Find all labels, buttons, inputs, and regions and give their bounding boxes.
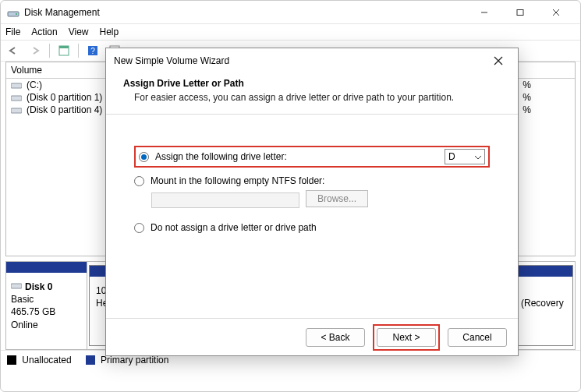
maximize-button[interactable] [502,1,538,24]
menu-view[interactable]: View [69,26,89,37]
menu-help[interactable]: Help [100,26,119,37]
properties-icon[interactable] [55,42,73,59]
chevron-down-icon [475,151,481,162]
volume-free: % [523,92,570,103]
radio-assign-letter[interactable] [139,152,149,162]
app-icon [7,6,19,19]
volume-label: (C:) [27,79,42,90]
wizard-close-button[interactable] [487,49,510,72]
svg-rect-14 [11,96,22,101]
next-highlight: Next > [373,324,440,351]
volume-icon [11,94,22,101]
disk-info[interactable]: Disk 0 Basic 465.75 GB Online [6,262,87,349]
svg-rect-7 [59,46,69,48]
close-button[interactable] [538,1,574,24]
titlebar: Disk Management [1,1,580,24]
radio-no-letter-label: Do not assign a drive letter or drive pa… [151,222,317,233]
cancel-button[interactable]: Cancel [448,328,507,347]
next-button[interactable]: Next > [377,328,436,347]
menubar: File Action View Help [1,24,580,40]
drive-letter-value: D [448,151,455,162]
radio-mount-folder-label: Mount in the following empty NTFS folder… [151,175,324,186]
svg-point-1 [16,13,17,15]
mount-folder-input [151,192,299,208]
svg-text:?: ? [90,47,95,55]
volume-free: % [523,79,570,90]
wizard-heading: Assign Drive Letter or Path [123,78,501,89]
window-title: Disk Management [24,7,466,18]
svg-rect-3 [517,9,523,15]
radio-no-letter[interactable] [134,223,144,233]
menu-action[interactable]: Action [31,26,57,37]
radio-mount-folder[interactable] [134,176,144,186]
volume-icon [11,106,22,114]
disk-size: 465.75 GB [11,306,55,317]
svg-rect-16 [11,284,22,288]
wizard-dialog: New Simple Volume Wizard Assign Drive Le… [105,48,519,356]
svg-rect-13 [11,83,22,88]
volume-icon [11,81,22,89]
help-icon[interactable]: ? [83,42,102,59]
legend-unallocated: Unallocated [7,355,72,366]
radio-assign-letter-label: Assign the following drive letter: [155,151,287,162]
volume-label: (Disk 0 partition 1) [27,92,102,103]
disk-status: Online [11,320,38,330]
back-button[interactable]: < Back [306,328,365,347]
disk-type: Basic [11,294,34,305]
forward-icon[interactable] [26,42,44,59]
disk-name: Disk 0 [25,281,52,293]
back-icon[interactable] [4,42,23,59]
assign-letter-highlight: Assign the following drive letter: D [134,146,490,168]
volume-label: (Disk 0 partition 4) [27,104,102,115]
drive-letter-select[interactable]: D [445,149,485,164]
menu-file[interactable]: File [5,26,20,37]
minimize-button[interactable] [466,1,502,24]
svg-rect-15 [11,108,22,113]
wizard-subheading: For easier access, you can assign a driv… [123,92,501,103]
volume-free: % [523,104,570,115]
wizard-title: New Simple Volume Wizard [114,55,229,66]
disk-icon [11,281,22,293]
browse-button: Browse... [306,190,368,207]
